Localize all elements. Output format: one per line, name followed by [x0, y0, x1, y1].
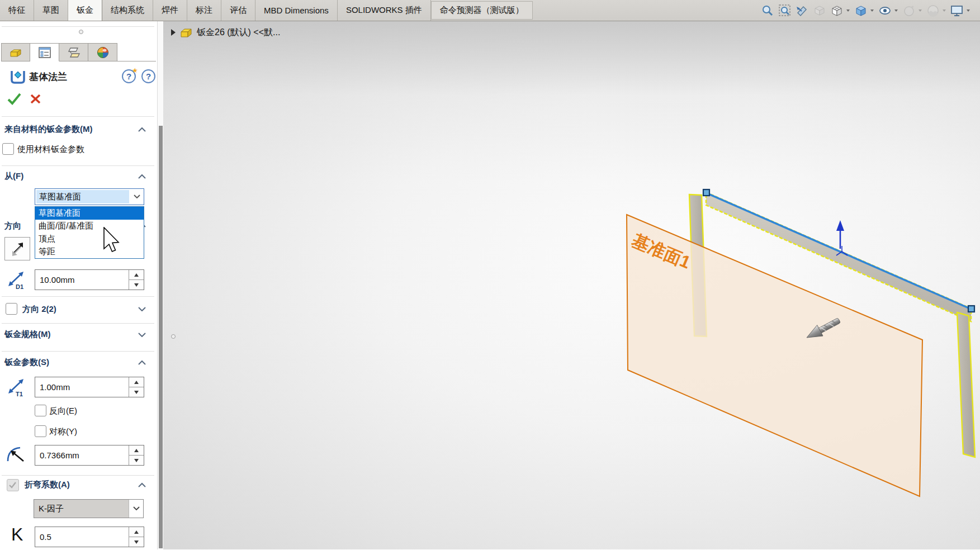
tab-solidworks-addins[interactable]: SOLIDWORKS 插件 — [338, 0, 431, 21]
spin-up-button[interactable] — [129, 270, 144, 280]
from-header[interactable]: 从(F) — [4, 171, 23, 182]
dropdown-option-offset[interactable]: 等距 — [35, 245, 144, 258]
zoom-fit-icon[interactable] — [760, 3, 775, 18]
spin-up-button[interactable] — [129, 527, 144, 537]
thickness-icon: T1 — [7, 378, 28, 398]
check-icon — [7, 480, 18, 491]
section-view-icon[interactable] — [794, 3, 809, 18]
divider — [2, 475, 154, 476]
mouse-cursor-icon — [103, 227, 122, 254]
right-flange-leg[interactable] — [957, 312, 975, 457]
tab-features[interactable]: 特征 — [0, 0, 34, 21]
help-icon[interactable]: ? — [141, 69, 155, 83]
spin-up-button[interactable] — [129, 445, 144, 456]
tab-mbd-dimensions[interactable]: MBD Dimensions — [255, 0, 338, 21]
panel-scrollbar-thumb[interactable] — [159, 126, 163, 548]
model-scene[interactable]: 基准面1 — [163, 21, 980, 549]
featuremanager-tab[interactable] — [1, 43, 30, 61]
sketch-endpoint-handle-left[interactable] — [703, 189, 709, 196]
tab-sheet-metal[interactable]: 钣金 — [68, 0, 102, 21]
chevron-down-icon[interactable] — [129, 500, 143, 518]
svg-text:D1: D1 — [16, 283, 23, 290]
configurationmanager-tab[interactable] — [59, 43, 88, 61]
k-factor-input[interactable] — [35, 527, 129, 547]
chevron-down-icon[interactable] — [138, 306, 146, 311]
depth-input[interactable] — [35, 270, 129, 290]
whats-new-help-icon[interactable]: ?★ — [122, 69, 136, 83]
material-params-header[interactable]: 来自材料的钣金参数(M) — [4, 124, 93, 135]
k-factor-label: K — [11, 524, 23, 545]
bend-allowance-checkbox[interactable] — [7, 479, 19, 491]
divider — [2, 351, 154, 352]
tab-weldments[interactable]: 焊件 — [153, 0, 187, 21]
reverse-checkbox[interactable] — [35, 405, 46, 416]
divider — [2, 116, 154, 117]
direction2-checkbox[interactable] — [6, 303, 17, 315]
direction2-header[interactable]: 方向 2(2) — [22, 304, 56, 315]
view-orientation-icon[interactable] — [829, 3, 844, 18]
dropdown-option-surface-face-plane[interactable]: 曲面/面/基准面 — [35, 220, 144, 233]
chevron-down-icon[interactable] — [130, 189, 144, 205]
tab-structure-system[interactable]: 结构系统 — [102, 0, 153, 21]
cancel-button[interactable] — [29, 93, 42, 105]
reverse-label: 反向(E) — [49, 406, 77, 416]
hide-items-caret-icon[interactable] — [894, 10, 898, 12]
tab-command-predictor[interactable]: 命令预测器（测试版） — [431, 1, 533, 20]
tab-sketch[interactable]: 草图 — [34, 0, 68, 21]
sheet-params-header[interactable]: 钣金参数(S) — [4, 357, 49, 368]
depth-field — [35, 269, 144, 290]
graphics-viewport[interactable]: 钣金26 (默认) <<默... — [163, 21, 980, 549]
display-style-caret-icon[interactable] — [870, 10, 874, 12]
bend-radius-input[interactable] — [35, 445, 129, 465]
reverse-direction-button[interactable] — [4, 237, 30, 260]
view-settings-icon[interactable] — [949, 3, 964, 18]
bend-radius-spinner — [129, 445, 144, 465]
chevron-up-icon[interactable] — [138, 174, 146, 179]
spin-up-button[interactable] — [129, 377, 144, 387]
chevron-down-icon[interactable] — [138, 332, 146, 337]
spin-down-button[interactable] — [129, 280, 144, 290]
allowance-type-combobox[interactable]: K-因子 — [34, 499, 144, 518]
bend-allowance-header[interactable]: 折弯系数(A) — [25, 480, 70, 490]
view-orientation-caret-icon[interactable] — [846, 10, 850, 12]
propertymanager-tab[interactable] — [30, 43, 59, 61]
displaymanager-tab[interactable] — [88, 43, 117, 61]
zoom-area-icon[interactable] — [777, 3, 792, 18]
datum-plane[interactable]: 基准面1 — [627, 215, 922, 496]
gauge-header[interactable]: 钣金规格(M) — [4, 329, 51, 340]
direction1-header[interactable]: 方向 — [4, 221, 21, 231]
from-combobox[interactable]: 草图基准面 — [35, 188, 144, 205]
property-form-icon — [38, 46, 51, 59]
view-settings-caret-icon[interactable] — [967, 10, 970, 12]
reverse-direction-icon — [7, 239, 27, 258]
thickness-input[interactable] — [35, 377, 129, 397]
panel-splitter-handle[interactable] — [79, 30, 83, 34]
extrude-direction-arrow[interactable] — [836, 220, 844, 249]
display-style-icon[interactable] — [853, 3, 868, 18]
from-dropdown-list: 草图基准面 曲面/面/基准面 顶点 等距 — [35, 206, 144, 259]
sketch-endpoint-handle-right[interactable] — [968, 306, 974, 312]
from-combobox-value: 草图基准面 — [36, 190, 129, 203]
chevron-up-icon[interactable] — [138, 127, 146, 132]
dropdown-option-vertex[interactable]: 顶点 — [35, 233, 144, 245]
hide-items-icon[interactable] — [877, 3, 892, 18]
spin-down-button[interactable] — [129, 537, 144, 547]
edit-appearance-caret-icon — [919, 10, 922, 12]
use-material-params-checkbox[interactable] — [2, 143, 14, 155]
triangle-up-icon — [134, 273, 139, 277]
tab-evaluate[interactable]: 评估 — [221, 0, 255, 21]
spin-down-button[interactable] — [129, 387, 144, 397]
use-material-params-label: 使用材料钣金参数 — [17, 144, 84, 155]
symmetric-checkbox[interactable] — [35, 425, 46, 437]
depth-dimension-icon: D1 — [7, 271, 28, 291]
chevron-up-icon[interactable] — [138, 482, 146, 487]
apply-scene-icon — [925, 3, 940, 18]
dropdown-option-sketch-plane[interactable]: 草图基准面 — [35, 207, 144, 220]
chevron-up-icon[interactable] — [138, 360, 146, 365]
property-manager-panel: 基体法兰 ?★ ? 来自材料的钣金参数(M) 使用材料钣金参数 从(F) 草图基… — [0, 21, 163, 549]
spin-down-button[interactable] — [129, 456, 144, 465]
ok-button[interactable] — [7, 92, 22, 106]
tab-annotations[interactable]: 标注 — [187, 0, 221, 21]
dynamic-annotation-icon — [812, 3, 827, 18]
k-factor-spinner — [129, 527, 144, 547]
